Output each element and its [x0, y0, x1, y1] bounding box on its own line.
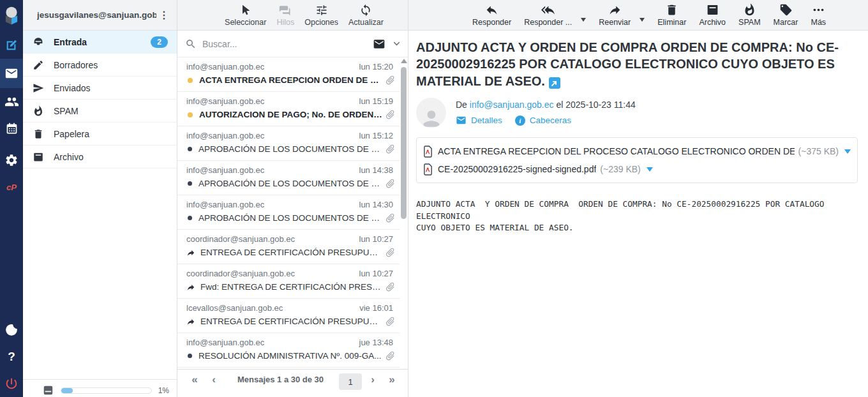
- calendar-nav-button[interactable]: [0, 115, 23, 142]
- archive-button[interactable]: Archivo: [699, 3, 726, 27]
- message-row-top: info@sanjuan.gob.ec lun 15:20: [186, 62, 396, 71]
- settings-nav-button[interactable]: [0, 147, 23, 174]
- message-list-item[interactable]: info@sanjuan.gob.ec lun 15:19 AUTORIZACI…: [177, 92, 400, 126]
- message-date: lun 15:20: [359, 62, 394, 71]
- subject-text: ADJUNTO ACTA Y ORDEN DE COMPRA ORDEN DE …: [416, 40, 839, 88]
- page-number-input[interactable]: 1: [339, 373, 362, 390]
- message-row-top: info@sanjuan.gob.ec lun 15:19: [186, 96, 396, 106]
- scrollbar-thumb[interactable]: [401, 67, 407, 219]
- roundcube-logo-icon[interactable]: [0, 0, 23, 32]
- list-scrollbar[interactable]: [400, 59, 407, 369]
- forward-menu-caret[interactable]: [640, 18, 645, 22]
- details-link[interactable]: Detalles: [456, 115, 502, 126]
- sidebar-folder-entrada[interactable]: Entrada 2: [23, 31, 177, 54]
- threads-button[interactable]: Hilos: [276, 4, 294, 27]
- reply-button[interactable]: Responder: [472, 3, 511, 27]
- message-list-item[interactable]: lcevallos@sanjuan.gob.ec vie 16:01 ENTRE…: [177, 299, 400, 333]
- options-button[interactable]: Opciones: [304, 4, 338, 27]
- status-dot-icon: [188, 181, 192, 186]
- spam-label: SPAM: [738, 18, 761, 27]
- attachment-menu-caret-icon[interactable]: [844, 149, 851, 154]
- sidebar-folder-archivo[interactable]: Archivo: [23, 146, 177, 169]
- message-row-bottom: RESOLUCIÓN ADMINISTRATIVA Nº. 009-GA...: [186, 350, 396, 361]
- message-list-item[interactable]: coordinador@sanjuan.gob.ec lun 10:27 ENT…: [177, 230, 400, 264]
- message-row-bottom: Fwd: ENTREGA DE CERTIFICACIÓN PRESUP...: [186, 281, 396, 292]
- tag-icon: [779, 3, 793, 17]
- contacts-icon: [4, 94, 19, 109]
- sender-meta: De info@sanjuan.gob.ec el 2025-10-23 11:…: [456, 98, 636, 128]
- message-list-item[interactable]: coordinador@sanjuan.gob.ec lun 10:27 Fwd…: [177, 264, 400, 299]
- folder-label: Enviados: [54, 83, 170, 93]
- message-list-item[interactable]: info@sanjuan.gob.ec lun 15:20 ACTA ENTRE…: [177, 57, 400, 92]
- dark-mode-button[interactable]: [0, 317, 23, 343]
- message-date: lun 15:12: [359, 131, 394, 140]
- fire-icon: [743, 3, 756, 17]
- search-bar: [177, 31, 408, 57]
- message-sender: coordinador@sanjuan.gob.ec: [186, 269, 295, 278]
- first-page-button[interactable]: «: [186, 373, 203, 386]
- more-button[interactable]: Más: [811, 3, 826, 27]
- folder-icon: [33, 82, 44, 94]
- sidebar-folder-spam[interactable]: SPAM: [23, 100, 177, 123]
- sender-avatar: [416, 98, 446, 128]
- sender-email-link[interactable]: info@sanjuan.gob.ec: [470, 100, 554, 110]
- sidebar-folder-borradores[interactable]: Borradores: [23, 54, 177, 77]
- reply-all-menu-caret[interactable]: [581, 18, 586, 22]
- message-list-item[interactable]: info@sanjuan.gob.ec lun 14:38 APROBACIÓN…: [177, 161, 400, 195]
- open-in-new-window-icon[interactable]: [549, 77, 560, 89]
- reply-all-button[interactable]: Responder ...: [524, 3, 572, 27]
- help-button[interactable]: ?: [0, 343, 23, 370]
- message-row-bottom: ENTREGA DE CERTIFICACIÓN PRESUPUEST...: [186, 316, 396, 327]
- message-list-item[interactable]: info@sanjuan.gob.ec jue 13:48 RESOLUCIÓN…: [177, 333, 400, 368]
- paperclip-icon: [382, 141, 398, 156]
- sidebar-folder-enviados[interactable]: Enviados: [23, 77, 177, 100]
- message-date: lun 10:27: [359, 234, 394, 244]
- message-list-item[interactable]: info@sanjuan.gob.ec lun 15:12 APROBACIÓN…: [177, 126, 400, 161]
- mail-body: ADJUNTO ACTA Y ORDEN DE COMPRA ORDEN DE …: [408, 31, 868, 397]
- forward-button[interactable]: Reenviar: [599, 3, 631, 27]
- message-subject: APROBACIÓN DE LOS DOCUMENTOS DE LA...: [198, 144, 382, 154]
- spam-button[interactable]: SPAM: [738, 3, 761, 27]
- paperclip-icon: [382, 244, 398, 260]
- threads-label: Hilos: [276, 18, 294, 27]
- search-options-chevron-icon[interactable]: [392, 39, 401, 49]
- mail-nav-button[interactable]: [0, 59, 23, 88]
- headers-link[interactable]: i Cabeceras: [515, 116, 571, 126]
- compose-button[interactable]: [0, 32, 23, 59]
- mark-button[interactable]: Marcar: [774, 3, 798, 27]
- select-button[interactable]: Seleccionar: [225, 4, 266, 27]
- message-row-bottom: ACTA ENTREGA RECEPCION ORDEN DE CO...: [186, 75, 396, 86]
- date-prefix: el: [556, 100, 563, 110]
- delete-button[interactable]: Eliminar: [657, 3, 686, 27]
- message-list-item[interactable]: info@sanjuan.gob.ec jue 13:34: [177, 368, 400, 369]
- attachment-row[interactable]: CE-20250002916225-signed-signed.pdf (~23…: [423, 160, 851, 178]
- prev-page-button[interactable]: ‹: [206, 373, 222, 386]
- options-sliders-icon: [315, 4, 328, 17]
- person-icon: [419, 107, 444, 128]
- account-menu-button[interactable]: ⋮: [156, 9, 172, 21]
- status-dot-icon: [188, 354, 192, 358]
- mark-label: Marcar: [774, 18, 798, 27]
- search-scope-mail-icon[interactable]: [373, 38, 385, 50]
- message-list-item[interactable]: info@sanjuan.gob.ec lun 14:30 APROBACIÓN…: [177, 195, 400, 230]
- search-input[interactable]: [202, 39, 373, 49]
- next-page-button[interactable]: ›: [364, 373, 381, 386]
- message-row-top: info@sanjuan.gob.ec jue 13:48: [186, 338, 396, 347]
- logout-button[interactable]: [0, 370, 23, 397]
- sidebar-folder-papelera[interactable]: Papelera: [23, 123, 177, 146]
- contacts-nav-button[interactable]: [0, 88, 23, 115]
- headers-label: Cabeceras: [530, 116, 571, 125]
- attachment-row[interactable]: ACTA ENTREGA RECEPCION DEL PROCESO CATAL…: [423, 142, 851, 160]
- folder-label: Borradores: [54, 60, 170, 70]
- attachment-menu-caret-icon[interactable]: [647, 167, 653, 172]
- cpanel-nav-button[interactable]: cP: [0, 174, 23, 200]
- sender-row: De info@sanjuan.gob.ec el 2025-10-23 11:…: [416, 98, 859, 128]
- mail-toolbar: Responder Responder ... Reenviar Elimina…: [408, 0, 868, 31]
- attachment-name: ACTA ENTREGA RECEPCION DEL PROCESO CATAL…: [438, 146, 795, 156]
- message-row-top: coordinador@sanjuan.gob.ec lun 10:27: [186, 269, 396, 278]
- last-page-button[interactable]: »: [384, 373, 400, 386]
- message-row-bottom: ENTREGA DE CERTIFICACIÓN PRESUPUEST...: [186, 247, 396, 258]
- forward-icon: [608, 3, 622, 17]
- refresh-button[interactable]: Actualizar: [348, 4, 384, 27]
- scrollbar-up-arrow[interactable]: [401, 59, 407, 63]
